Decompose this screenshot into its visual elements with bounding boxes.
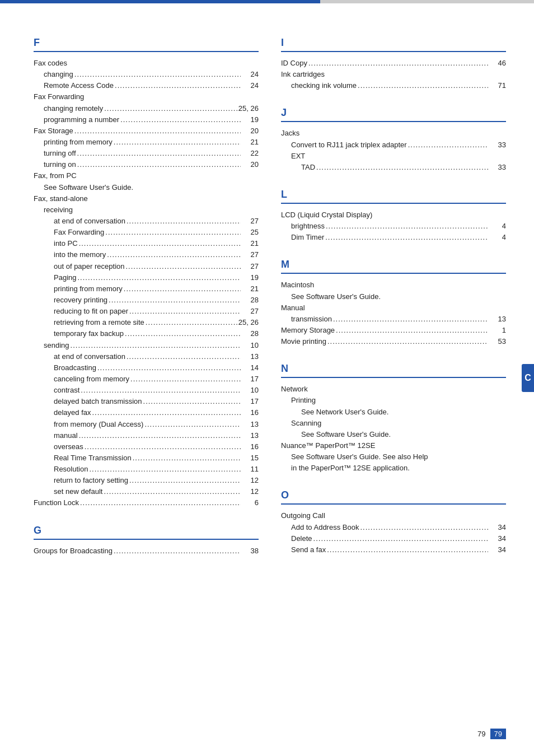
index-row: See Software User's Guide. bbox=[281, 429, 506, 440]
index-label: Fax Storage bbox=[34, 125, 73, 137]
index-row: See Software User's Guide. See also Help bbox=[281, 451, 506, 463]
index-dots: ........................................… bbox=[107, 249, 241, 260]
index-dots: ........................................… bbox=[80, 497, 241, 508]
index-row: Ink cartridges bbox=[281, 69, 506, 80]
section-divider bbox=[34, 51, 259, 52]
index-label: printing from memory bbox=[54, 283, 123, 295]
index-row: See Software User's Guide. bbox=[34, 182, 259, 193]
index-row: Fax, stand-alone bbox=[34, 193, 259, 204]
index-row: contrast ...............................… bbox=[34, 385, 259, 396]
index-row: temporary fax backup ...................… bbox=[34, 328, 259, 339]
index-label: into PC bbox=[54, 238, 78, 249]
index-dots: ........................................… bbox=[308, 58, 488, 69]
index-page: 10 bbox=[242, 340, 259, 351]
index-label: See Software User's Guide. bbox=[44, 182, 133, 193]
index-page: 25 bbox=[242, 227, 259, 238]
index-label: changing remotely bbox=[44, 103, 103, 114]
index-row: Macintosh bbox=[281, 279, 506, 291]
index-label: Fax Forwarding bbox=[54, 227, 104, 238]
index-row: See Software User's Guide. bbox=[281, 291, 506, 302]
index-label: programming a number bbox=[44, 114, 119, 125]
index-label: Fax codes bbox=[34, 58, 67, 69]
index-row: Fax Forwarding .........................… bbox=[34, 227, 259, 238]
section-letter: O bbox=[281, 489, 506, 501]
index-label: set new default bbox=[54, 486, 102, 497]
index-page: 16 bbox=[242, 441, 259, 452]
index-label: into the memory bbox=[54, 249, 106, 260]
index-label: Outgoing Call bbox=[281, 510, 325, 521]
index-dots: ........................................… bbox=[133, 452, 241, 464]
index-row: turning off ............................… bbox=[34, 148, 259, 159]
index-page: 10 bbox=[242, 385, 259, 396]
index-page: 24 bbox=[242, 80, 259, 91]
index-row: ID Copy ................................… bbox=[281, 58, 506, 69]
index-row: programming a number ...................… bbox=[34, 114, 259, 125]
index-dots: ........................................… bbox=[125, 328, 241, 339]
index-page: 12 bbox=[242, 475, 259, 486]
index-label: See Software User's Guide. bbox=[301, 429, 391, 440]
index-page: 20 bbox=[242, 125, 259, 137]
index-label: retrieving from a remote site bbox=[54, 317, 144, 328]
index-label: ID Copy bbox=[281, 58, 307, 69]
index-label: return to factory setting bbox=[54, 475, 128, 486]
index-page: 1 bbox=[489, 325, 506, 336]
index-page: 21 bbox=[242, 137, 259, 148]
index-label: receiving bbox=[44, 204, 73, 216]
index-section-n: NNetworkPrintingSee Network User's Guide… bbox=[281, 363, 506, 474]
index-row: Delete .................................… bbox=[281, 533, 506, 544]
index-dots: ........................................… bbox=[124, 283, 241, 295]
left-column: FFax codeschanging .....................… bbox=[34, 37, 259, 572]
index-section-m: MMacintoshSee Software User's Guide.Manu… bbox=[281, 259, 506, 347]
index-section-o: OOutgoing CallAdd to Address Book ......… bbox=[281, 489, 506, 556]
index-dots: ........................................… bbox=[71, 340, 241, 351]
index-label: turning off bbox=[44, 148, 76, 159]
index-label: Add to Address Book bbox=[291, 522, 359, 533]
index-row: retrieving from a remote site ..........… bbox=[34, 317, 259, 328]
right-column: IID Copy ...............................… bbox=[281, 37, 506, 572]
index-label: reducing to fit on paper bbox=[54, 306, 128, 317]
index-row: Resolution .............................… bbox=[34, 464, 259, 475]
page-number-area: 79 79 bbox=[477, 729, 506, 739]
page-num-box: 79 bbox=[490, 729, 506, 739]
index-page: 14 bbox=[242, 362, 259, 374]
index-dots: ........................................… bbox=[77, 159, 241, 170]
index-page: 13 bbox=[242, 430, 259, 441]
index-page: 16 bbox=[242, 407, 259, 418]
index-label: turning on bbox=[44, 159, 76, 170]
index-dots: ........................................… bbox=[313, 533, 488, 544]
index-label: Remote Access Code bbox=[44, 80, 114, 91]
index-dots: ........................................… bbox=[97, 362, 241, 374]
index-label: overseas bbox=[54, 441, 83, 452]
index-page: 25, 26 bbox=[238, 317, 259, 328]
index-row: Function Lock ..........................… bbox=[34, 497, 259, 508]
index-page: 34 bbox=[489, 533, 506, 544]
index-dots: ........................................… bbox=[333, 314, 488, 325]
index-page: 13 bbox=[489, 314, 506, 325]
section-letter: F bbox=[34, 37, 259, 49]
index-label: Fax, from PC bbox=[34, 170, 77, 181]
index-page: 34 bbox=[489, 544, 506, 556]
index-row: out of paper reception .................… bbox=[34, 261, 259, 272]
index-label: contrast bbox=[54, 385, 79, 396]
index-row: at end of conversation .................… bbox=[34, 216, 259, 227]
section-letter: L bbox=[281, 189, 506, 200]
index-row: Scanning bbox=[281, 418, 506, 429]
index-label: Paging bbox=[54, 272, 76, 283]
index-label: Function Lock bbox=[34, 497, 79, 508]
index-dots: ........................................… bbox=[360, 522, 488, 533]
index-section-f: FFax codeschanging .....................… bbox=[34, 37, 259, 509]
index-row: Movie printing .........................… bbox=[281, 336, 506, 347]
index-label: Scanning bbox=[291, 418, 321, 429]
index-label: at end of conversation bbox=[54, 216, 125, 227]
index-label: at end of conversation bbox=[54, 351, 125, 362]
section-divider bbox=[281, 121, 506, 122]
index-label: Ink cartridges bbox=[281, 69, 325, 80]
index-row: turning on .............................… bbox=[34, 159, 259, 170]
index-row: Fax Forwarding bbox=[34, 91, 259, 102]
index-page: 12 bbox=[242, 486, 259, 497]
index-label: Movie printing bbox=[281, 336, 326, 347]
index-row: Convert to RJ11 jack triplex adapter ...… bbox=[281, 139, 506, 151]
section-divider bbox=[281, 51, 506, 52]
index-section-i: IID Copy ...............................… bbox=[281, 37, 506, 91]
index-page: 34 bbox=[489, 522, 506, 533]
